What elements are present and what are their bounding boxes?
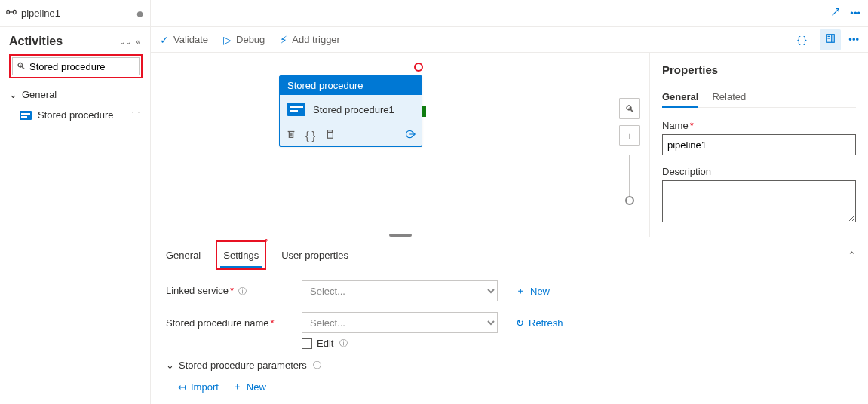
pipeline-description-input[interactable]: [662, 180, 856, 222]
info-icon[interactable]: ⓘ: [339, 338, 348, 349]
stored-procedure-icon: [287, 103, 305, 116]
properties-heading: Properties: [662, 63, 856, 76]
toolbar-more-icon[interactable]: •••: [848, 34, 859, 45]
linked-service-select[interactable]: Select...: [302, 280, 498, 301]
import-icon: ↤: [178, 381, 186, 393]
pipeline-name-input[interactable]: [662, 134, 856, 155]
plus-icon: ＋: [516, 284, 526, 298]
validate-button[interactable]: ✓ Validate: [160, 34, 208, 46]
properties-icon: [825, 33, 836, 46]
param-new-label: New: [247, 381, 266, 393]
debug-button[interactable]: ▷ Debug: [223, 34, 265, 46]
tab-user-properties[interactable]: User properties: [278, 243, 351, 267]
new-parameter-button[interactable]: ＋ New: [232, 380, 266, 393]
settings-highlight-box: Settings 2: [216, 240, 266, 270]
new-label: New: [530, 286, 550, 297]
search-highlight-box: 🔍︎: [9, 54, 143, 78]
node-status-icon: [414, 63, 423, 72]
chevron-down-icon: ⌄: [166, 360, 174, 371]
panel-resize-handle[interactable]: [389, 234, 412, 237]
info-icon[interactable]: ⓘ: [313, 360, 321, 371]
code-icon[interactable]: { }: [305, 130, 315, 142]
pipeline-canvas[interactable]: Stored procedure Stored procedure1 { }: [151, 53, 649, 237]
name-label-text: Name: [662, 120, 689, 131]
pipeline-icon: [6, 7, 17, 20]
svg-rect-0: [7, 10, 10, 14]
linked-service-label-text: Linked service: [166, 285, 229, 296]
chevron-down-icon: ⌄: [9, 89, 17, 100]
search-icon: 🔍︎: [17, 61, 26, 72]
stored-procedure-icon: [20, 111, 32, 120]
validate-label: Validate: [173, 34, 208, 45]
new-linked-service-button[interactable]: ＋ New: [516, 284, 550, 298]
canvas-search-button[interactable]: 🔍︎: [619, 98, 640, 119]
annotations-label: Annotations: [662, 235, 856, 237]
copy-icon[interactable]: [324, 129, 335, 142]
output-arrow-icon[interactable]: [405, 129, 416, 142]
edit-checkbox[interactable]: [302, 338, 312, 349]
svg-rect-10: [328, 132, 333, 138]
properties-toggle-button[interactable]: [820, 29, 841, 50]
props-tab-related[interactable]: Related: [712, 87, 746, 107]
tab-settings[interactable]: Settings: [220, 243, 262, 267]
plus-icon: ＋: [232, 380, 242, 393]
activities-group-general[interactable]: ⌄ General: [0, 84, 150, 105]
unsaved-indicator-icon: ●: [136, 7, 144, 20]
canvas-zoom-in-button[interactable]: +: [619, 125, 640, 146]
refresh-icon: ↻: [516, 317, 524, 329]
sp-name-label-text: Stored procedure name: [166, 317, 269, 329]
activities-heading: Activities: [9, 35, 117, 48]
more-menu-icon[interactable]: •••: [850, 8, 860, 19]
svg-rect-1: [14, 10, 17, 14]
node-title: Stored procedure1: [313, 104, 394, 115]
lightning-icon: ⚡︎: [280, 34, 287, 46]
sp-parameters-toggle[interactable]: ⌄ Stored procedure parameters ⓘ: [166, 360, 853, 371]
pipeline-title: pipeline1: [21, 8, 60, 19]
canvas-activity-node[interactable]: Stored procedure Stored procedure1 { }: [279, 75, 422, 147]
add-trigger-label: Add trigger: [292, 34, 340, 45]
collapse-panel-icon[interactable]: «: [133, 38, 143, 46]
svg-line-3: [833, 9, 839, 16]
info-icon[interactable]: ⓘ: [238, 286, 247, 295]
zoom-thumb[interactable]: [625, 196, 634, 205]
import-parameters-button[interactable]: ↤ Import: [178, 380, 219, 393]
node-header: Stored procedure: [280, 76, 422, 95]
pipeline-tab[interactable]: pipeline1 ●: [0, 0, 150, 27]
success-output-anchor[interactable]: [422, 106, 426, 117]
drag-grip-icon: ⋮⋮: [129, 111, 141, 119]
stored-procedure-name-select[interactable]: Select...: [302, 312, 498, 333]
refresh-label: Refresh: [529, 317, 563, 329]
code-view-button[interactable]: { }: [791, 29, 812, 50]
edit-label: Edit: [317, 338, 333, 349]
import-label: Import: [191, 381, 219, 393]
tab-general[interactable]: General: [163, 243, 204, 267]
activities-search-input[interactable]: [12, 57, 140, 75]
collapse-all-icon[interactable]: ⌄⌄: [117, 38, 133, 46]
linked-service-label: Linked service* ⓘ: [166, 285, 294, 297]
delete-icon[interactable]: [286, 129, 296, 142]
sp-parameters-label: Stored procedure parameters: [179, 360, 307, 371]
expand-icon[interactable]: [830, 7, 841, 20]
debug-label: Debug: [236, 34, 265, 45]
zoom-slider[interactable]: [629, 155, 630, 200]
activity-item-label: Stored procedure: [38, 109, 113, 121]
activity-item-stored-procedure[interactable]: Stored procedure ⋮⋮: [0, 105, 150, 125]
play-icon: ▷: [223, 34, 232, 46]
check-icon: ✓: [160, 34, 169, 46]
group-label: General: [22, 89, 57, 100]
settings-badge-number: 2: [264, 237, 268, 245]
stored-procedure-name-label: Stored procedure name*: [166, 317, 294, 329]
name-field-label: Name*: [662, 120, 856, 131]
add-trigger-button[interactable]: ⚡︎ Add trigger: [280, 34, 340, 46]
refresh-button[interactable]: ↻ Refresh: [516, 317, 563, 329]
props-tab-general[interactable]: General: [662, 87, 698, 107]
description-label: Description: [662, 166, 856, 177]
collapse-bottom-panel-icon[interactable]: ⌃: [848, 249, 856, 261]
braces-icon: { }: [797, 34, 806, 45]
